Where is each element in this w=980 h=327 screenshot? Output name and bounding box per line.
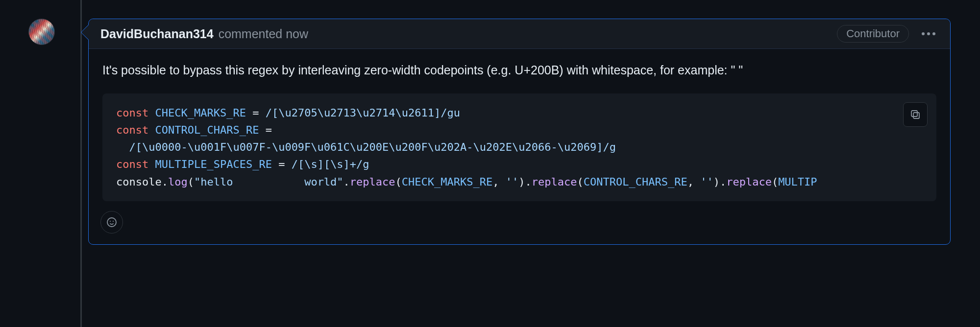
comment-header-right: Contributor: [837, 25, 938, 43]
svg-point-4: [113, 221, 114, 222]
comment-header-left: DavidBuchanan314 commented now: [100, 27, 308, 41]
avatar[interactable]: [28, 19, 55, 45]
contributor-badge: Contributor: [837, 25, 909, 43]
code-block: const CHECK_MARKS_RE = /[\u2705\u2713\u2…: [102, 93, 936, 201]
copy-button[interactable]: [903, 102, 928, 127]
comment-text: It's possible to bypass this regex by in…: [102, 61, 936, 80]
author-link[interactable]: DavidBuchanan314: [100, 27, 214, 41]
svg-point-2: [107, 218, 116, 227]
comment-container: DavidBuchanan314 commented now Contribut…: [88, 19, 951, 245]
svg-point-3: [110, 221, 111, 222]
smiley-icon: [106, 216, 118, 228]
copy-icon: [909, 109, 921, 120]
comment-body: It's possible to bypass this regex by in…: [89, 49, 950, 205]
comment-footer: [89, 205, 950, 244]
timeline-rail: [80, 0, 82, 327]
svg-rect-1: [911, 111, 917, 117]
commented-label: commented now: [219, 27, 308, 41]
kebab-icon[interactable]: [919, 29, 938, 38]
code-content: const CHECK_MARKS_RE = /[\u2705\u2713\u2…: [116, 104, 923, 190]
comment-header: DavidBuchanan314 commented now Contribut…: [89, 19, 950, 49]
add-reaction-button[interactable]: [100, 211, 123, 234]
svg-rect-0: [913, 113, 919, 118]
